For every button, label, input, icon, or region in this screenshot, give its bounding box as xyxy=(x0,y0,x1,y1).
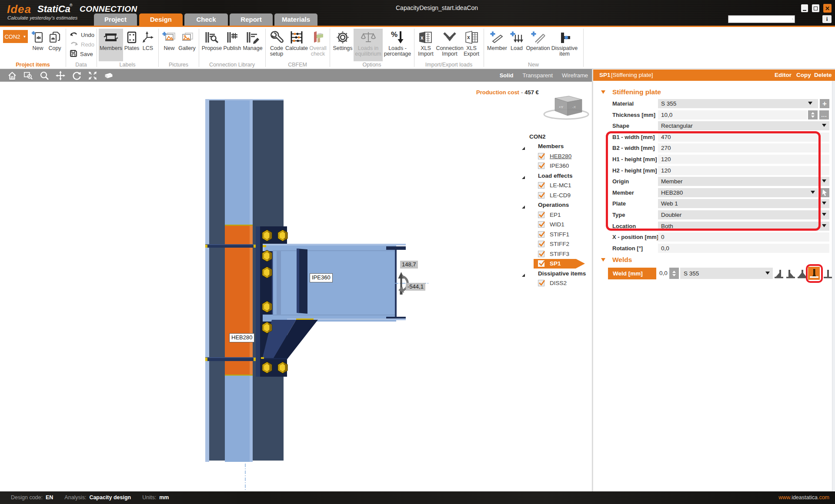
tree-item-checkbox[interactable] xyxy=(538,192,544,199)
tab-report[interactable]: Report xyxy=(230,13,273,26)
ribbon-members-button[interactable]: Members xyxy=(99,29,123,61)
ribbon-loads-percentage-button[interactable]: %Loads -percentage xyxy=(386,29,409,61)
section-stiffening-plate[interactable]: Stiffening plate xyxy=(601,88,661,96)
ribbon-operation-button[interactable]: Operation xyxy=(527,29,549,61)
tree-group-dissipative-items[interactable]: Dissipative items xyxy=(520,269,592,279)
weld-button[interactable]: Weld [mm] xyxy=(608,268,656,279)
view-mode-transparent[interactable]: Transparent xyxy=(522,72,553,79)
ribbon-connection-import-button[interactable]: ConnectionImport xyxy=(438,29,461,61)
website-link[interactable]: www.ideastatica.com xyxy=(778,494,829,501)
view-mode-wireframe[interactable]: Wireframe xyxy=(562,72,588,79)
tree-item-checkbox[interactable] xyxy=(538,212,544,218)
copy-button[interactable]: Copy xyxy=(796,72,811,78)
ribbon-redo-button[interactable]: Redo xyxy=(70,40,94,49)
tree-expander-icon[interactable] xyxy=(521,203,525,207)
ribbon-code-setup-button[interactable]: Codesetup xyxy=(265,29,288,61)
tree-item-wid1[interactable]: WID1 xyxy=(520,220,592,230)
project-item-selector[interactable]: CON2▼ xyxy=(3,30,28,43)
section-welds[interactable]: Welds xyxy=(601,256,632,264)
tree-item-checkbox[interactable] xyxy=(538,162,544,169)
add-material-button[interactable]: + xyxy=(820,99,829,108)
tree-item-checkbox[interactable] xyxy=(538,280,544,286)
tree-item-checkbox[interactable] xyxy=(538,251,544,257)
ribbon-loads-in-equilibrium-button[interactable]: Loads inequilibrium xyxy=(354,29,383,61)
tree-item-sp1[interactable]: SP1 xyxy=(520,259,592,269)
tree-item-ipe360[interactable]: IPE360 xyxy=(520,161,592,171)
tree-item-le-mc1[interactable]: LE-MC1 xyxy=(520,181,592,191)
weld-size-value[interactable]: 0,0 xyxy=(659,270,668,276)
tree-group-operations[interactable]: Operations xyxy=(520,200,592,210)
tree-root[interactable]: CON2 xyxy=(520,132,592,142)
ribbon-gallery-button[interactable]: Gallery xyxy=(176,29,198,61)
status-value: EN xyxy=(46,494,53,501)
tree-item-checkbox[interactable] xyxy=(538,221,544,228)
weld-fillet-right-icon[interactable] xyxy=(785,268,796,280)
zoom-icon[interactable] xyxy=(40,71,49,80)
pan-icon[interactable] xyxy=(56,71,65,80)
tree-item-checkbox[interactable] xyxy=(538,153,544,159)
tree-item-checkbox[interactable] xyxy=(538,260,544,267)
solid-box-icon[interactable] xyxy=(104,71,114,80)
tree-expander-icon[interactable] xyxy=(521,173,525,178)
weld-material-dropdown[interactable]: S 355 xyxy=(680,268,773,279)
tree-item-le-cd9[interactable]: LE-CD9 xyxy=(520,190,592,200)
tree-group-members[interactable]: Members xyxy=(520,142,592,152)
pick-member-button[interactable] xyxy=(820,188,829,197)
ribbon-xls-import-button[interactable]: xXLSImport xyxy=(414,29,437,61)
tree-item-stiff3[interactable]: STIFF3 xyxy=(520,249,592,259)
tree-item-stiff1[interactable]: STIFF1 xyxy=(520,229,592,239)
weld-size-spinner[interactable] xyxy=(669,268,679,279)
minimize-button[interactable] xyxy=(801,4,808,12)
home-icon[interactable] xyxy=(7,71,17,80)
field-thickness-mm[interactable]: 10,0 xyxy=(658,110,807,119)
ribbon-load-button[interactable]: Load xyxy=(505,29,528,61)
field-material[interactable]: S 355 xyxy=(658,99,818,108)
ribbon-settings-button[interactable]: Settings xyxy=(331,29,354,61)
fit-icon[interactable] xyxy=(88,71,97,80)
thickness-spinner[interactable] xyxy=(808,110,818,119)
thickness-more-button[interactable]: ... xyxy=(819,110,829,119)
tree-item-checkbox[interactable] xyxy=(538,241,544,247)
delete-button[interactable]: Delete xyxy=(814,72,832,78)
maximize-button[interactable] xyxy=(812,4,819,12)
ribbon-undo-button[interactable]: Undo xyxy=(70,31,94,39)
ribbon-publish-button[interactable]: Publish xyxy=(221,29,244,61)
member-new-icon xyxy=(489,30,505,44)
tree-item-diss2[interactable]: DISS2 xyxy=(520,279,592,288)
rotate-icon[interactable] xyxy=(72,71,81,80)
chevron-down-icon xyxy=(822,224,826,227)
ribbon-dissipative-item-button[interactable]: Dissipativeitem xyxy=(553,29,576,61)
ribbon-overall-check-button[interactable]: Overallcheck xyxy=(307,29,329,61)
zoom-window-icon[interactable] xyxy=(23,71,33,80)
tab-design[interactable]: Design xyxy=(139,13,183,26)
field-shape[interactable]: Rectangular xyxy=(658,121,829,130)
tree-item-checkbox[interactable] xyxy=(538,182,544,189)
tab-check[interactable]: Check xyxy=(184,13,228,26)
tree-expander-icon[interactable] xyxy=(521,144,525,149)
model-viewport[interactable]: 148,7 -544,1 IPE360 HEB280 Production co… xyxy=(0,82,592,491)
field-x-position-mm[interactable]: 0 xyxy=(658,232,829,242)
close-button[interactable]: ✕ xyxy=(823,4,832,13)
navigation-cube[interactable]: +Y -X xyxy=(543,95,591,122)
ribbon-calculate-button[interactable]: Calculate xyxy=(285,29,308,61)
ribbon-lcs-button[interactable]: LCS xyxy=(137,29,159,61)
ribbon-save-button[interactable]: Save xyxy=(70,50,93,58)
weld-fillet-left-icon[interactable] xyxy=(774,268,784,280)
tree-item-stiff2[interactable]: STIFF2 xyxy=(520,239,592,249)
tab-project[interactable]: Project xyxy=(94,13,137,26)
view-mode-solid[interactable]: Solid xyxy=(500,72,514,79)
minimize-icon xyxy=(803,10,806,11)
tree-item-heb280[interactable]: HEB280 xyxy=(520,151,592,161)
ribbon-xls-export-button[interactable]: xXLSExport xyxy=(460,29,483,61)
ribbon-copy-button[interactable]: Copy xyxy=(43,29,66,61)
ribbon-propose-button[interactable]: Propose xyxy=(200,29,223,61)
editor-button[interactable]: Editor xyxy=(775,72,792,78)
ribbon-manage-button[interactable]: Manage xyxy=(241,29,264,61)
tree-item-ep1[interactable]: EP1 xyxy=(520,210,592,220)
tree-group-load-effects[interactable]: Load effects xyxy=(520,171,592,181)
tree-expander-icon[interactable] xyxy=(521,271,525,275)
tree-item-checkbox[interactable] xyxy=(538,231,544,238)
tab-materials[interactable]: Materials xyxy=(274,13,317,26)
field-rotation[interactable]: 0,0 xyxy=(658,244,829,253)
panel-scrollbar[interactable] xyxy=(832,81,835,491)
